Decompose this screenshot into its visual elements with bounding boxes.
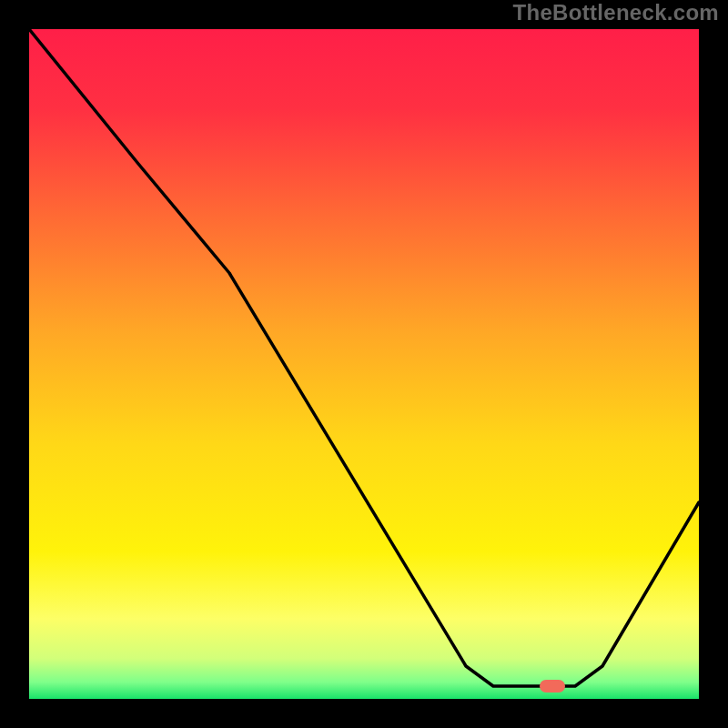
optimal-point-marker (540, 680, 565, 693)
plot-area (29, 29, 699, 699)
plot-svg (29, 29, 699, 699)
watermark-text: TheBottleneck.com (513, 0, 719, 25)
chart-canvas: TheBottleneck.com (0, 0, 728, 728)
gradient-background (29, 29, 699, 699)
